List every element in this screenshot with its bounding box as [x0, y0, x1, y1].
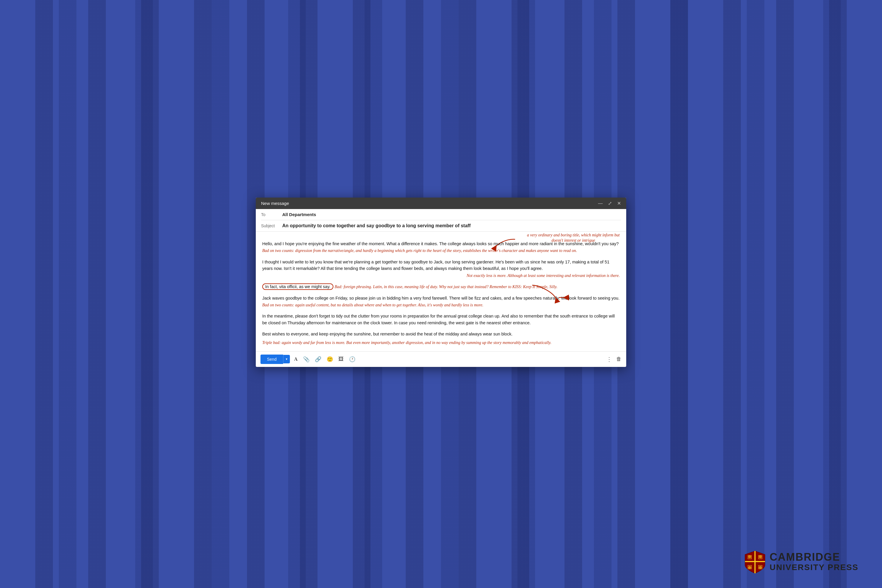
emoji-icon[interactable]: 🙂	[326, 355, 334, 364]
send-button-group: Send ▾	[261, 355, 290, 364]
cambridge-shield-icon	[744, 550, 766, 574]
svg-point-3	[759, 555, 762, 558]
toolbar: Send ▾ 𝐀 📎 🔗 🙂 🖼 🕐 ⋮ 🗑	[256, 351, 626, 367]
p4-annotation: Bad on two counts: again useful content,…	[262, 303, 483, 307]
send-button[interactable]: Send	[261, 355, 283, 364]
schedule-icon[interactable]: 🕐	[348, 355, 357, 364]
paragraph-2: I thought I would write to let you know …	[262, 259, 620, 279]
paragraph-5: In the meantime, please don't forget to …	[262, 313, 620, 326]
paragraph-3: In fact, vita officii, as we might say. …	[262, 284, 620, 290]
circled-phrase: In fact, vita officii, as we might say.	[262, 284, 333, 290]
svg-point-5	[759, 566, 762, 569]
format-text-icon[interactable]: 𝐀	[293, 355, 299, 363]
more-options-icon[interactable]: ⋮	[606, 356, 612, 363]
toolbar-right: ⋮ 🗑	[606, 356, 621, 363]
title-bar: New message — ⤢ ✕	[256, 198, 626, 209]
to-label: To	[261, 212, 282, 217]
p3-annotation: Bad: foreign phrasing. Latin, in this ca…	[334, 285, 557, 289]
cambridge-name: CAMBRIDGE	[770, 552, 858, 562]
clutter-arrow2-icon	[559, 296, 567, 305]
subject-value[interactable]: An opportunity to come together and say …	[282, 223, 471, 228]
window-controls: — ⤢ ✕	[598, 201, 621, 206]
subject-row: Subject An opportunity to come together …	[261, 220, 621, 231]
email-body[interactable]: Hello, and I hope you're enjoying the fi…	[256, 232, 626, 351]
delete-icon[interactable]: 🗑	[616, 356, 621, 362]
to-row: To All Departments	[261, 209, 621, 220]
to-value[interactable]: All Departments	[282, 212, 316, 217]
p1-annotation: Bad on two counts: digression from the n…	[262, 248, 577, 253]
link-icon[interactable]: 🔗	[314, 355, 322, 364]
maximize-button[interactable]: ⤢	[608, 201, 612, 206]
paragraph-6: Best wishes to everyone, and keep enjoyi…	[262, 331, 620, 337]
clutter-arrow-icon	[531, 284, 557, 302]
svg-point-4	[748, 566, 751, 569]
minimize-button[interactable]: —	[598, 201, 603, 206]
window-title: New message	[261, 201, 289, 206]
cambridge-logo: CAMBRIDGE UNIVERSITY PRESS	[744, 550, 858, 574]
subject-label: Subject	[261, 224, 282, 228]
close-button[interactable]: ✕	[617, 201, 621, 206]
p2-annotation: Not exactly less is more. Although at le…	[262, 273, 620, 279]
send-dropdown-button[interactable]: ▾	[283, 355, 290, 363]
email-fields: To All Departments Subject An opportunit…	[256, 209, 626, 232]
paragraph-1: Hello, and I hope you're enjoying the fi…	[262, 240, 620, 254]
svg-point-2	[748, 555, 751, 558]
p6-annotation-para: Triple bad: again wordy and far from les…	[262, 339, 620, 346]
p6-annotation: Triple bad: again wordy and far from les…	[262, 340, 552, 345]
email-window: New message — ⤢ ✕ To All Departments Sub…	[256, 198, 626, 367]
cambridge-text-block: CAMBRIDGE UNIVERSITY PRESS	[770, 552, 858, 572]
image-icon[interactable]: 🖼	[337, 355, 345, 363]
attach-file-icon[interactable]: 📎	[302, 355, 311, 364]
cambridge-sub: UNIVERSITY PRESS	[770, 562, 858, 572]
